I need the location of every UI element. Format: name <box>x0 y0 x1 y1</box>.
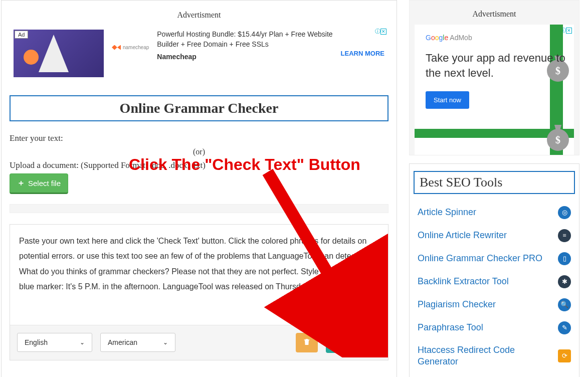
enter-text-label: Enter your text: <box>10 133 388 143</box>
seo-item[interactable]: Htaccess Redirect Code Generator⟳ <box>412 339 577 373</box>
seo-item[interactable]: Plagiarism Checker🔍 <box>412 293 577 316</box>
ad-brand: Namecheap <box>157 52 332 62</box>
seo-item[interactable]: Backlink Extractor Tool✱ <box>412 270 577 293</box>
editor-box: Paste your own text here and click the '… <box>10 224 388 360</box>
tool-icon: ≡ <box>558 229 571 242</box>
side-ad-container: Advertisment ⓘ✕ $ $ Google AdMob Take yo… <box>409 0 579 155</box>
ad-cta[interactable]: LEARN MORE <box>341 50 384 57</box>
seo-tools-list: Article Spinner◎Online Article Rewriter≡… <box>412 201 577 377</box>
seo-tools-title: Best SEO Tools <box>414 171 575 194</box>
tool-icon: 🔍 <box>558 298 571 311</box>
callout-text: Click The "Check Text" Button <box>129 155 360 174</box>
clear-button[interactable] <box>296 333 318 352</box>
main-ad[interactable]: Ad ⓘ✕ namecheap Powerful Hosting Bundle:… <box>10 26 388 81</box>
seo-link[interactable]: Paraphrase Tool <box>418 322 483 333</box>
chevron-down-icon: ⌄ <box>163 339 168 346</box>
ad-text: Powerful Hosting Bundle: $15.44/yr Plan … <box>157 30 332 62</box>
page-title: Online Grammar Checker <box>10 95 388 121</box>
seo-link[interactable]: Backlink Extractor Tool <box>418 276 509 287</box>
seo-item[interactable]: Online Article Rewriter≡ <box>412 224 577 247</box>
seo-item[interactable]: Article Spinner◎ <box>412 201 577 224</box>
select-file-button[interactable]: ＋ Select file <box>10 173 68 194</box>
seo-item[interactable]: Online Character Counter▯ <box>412 373 577 377</box>
dialect-select[interactable]: American ⌄ <box>100 333 175 352</box>
side-ad-label: Advertisment <box>415 10 574 19</box>
tool-icon: ▯ <box>558 252 571 265</box>
seo-link[interactable]: Htaccess Redirect Code Generator <box>418 344 558 368</box>
side-ad[interactable]: ⓘ✕ $ $ Google AdMob Take your app ad rev… <box>415 25 574 155</box>
sidebar-column: Advertisment ⓘ✕ $ $ Google AdMob Take yo… <box>409 0 579 377</box>
check-text-button[interactable]: Check Text <box>326 332 381 353</box>
seo-item[interactable]: Online Grammar Checker PRO▯ <box>412 247 577 270</box>
language-select[interactable]: English ⌄ <box>17 333 92 352</box>
plus-icon: ＋ <box>17 178 25 188</box>
money-icon: $ <box>547 129 569 151</box>
editor-footer: English ⌄ American ⌄ Check Text <box>10 325 388 360</box>
seo-link[interactable]: Online Grammar Checker PRO <box>418 253 542 264</box>
language-select-value: English <box>25 338 48 346</box>
tool-icon: ◎ <box>558 206 571 219</box>
tool-icon: ✎ <box>558 321 571 334</box>
tool-icon: ⟳ <box>558 349 571 362</box>
seo-link[interactable]: Plagiarism Checker <box>418 299 496 310</box>
ad-logo: namecheap <box>112 45 149 50</box>
seo-item[interactable]: Paraphrase Tool✎ <box>412 316 577 339</box>
separator-bar <box>10 204 388 213</box>
editor-textarea[interactable]: Paste your own text here and click the '… <box>10 225 388 325</box>
chevron-down-icon: ⌄ <box>80 339 85 346</box>
select-file-label: Select file <box>28 179 61 187</box>
admob-logo: Google AdMob <box>426 34 574 42</box>
seo-link[interactable]: Online Article Rewriter <box>418 230 507 241</box>
tool-icon: ✱ <box>558 275 571 288</box>
trash-icon <box>303 338 311 346</box>
ad-controls[interactable]: ⓘ✕ <box>374 28 386 35</box>
main-column: Advertisment Ad ⓘ✕ namecheap Powerful Ho… <box>1 0 397 377</box>
dialect-select-value: American <box>108 338 137 346</box>
ad-label: Advertisment <box>10 11 388 20</box>
seo-link[interactable]: Article Spinner <box>418 207 476 218</box>
side-ad-headline: Take your app ad revenue to the next lev… <box>426 51 574 80</box>
seo-tools-box: Best SEO Tools Article Spinner◎Online Ar… <box>409 163 579 377</box>
ad-tag: Ad <box>15 31 28 39</box>
start-now-button[interactable]: Start now <box>426 91 469 109</box>
